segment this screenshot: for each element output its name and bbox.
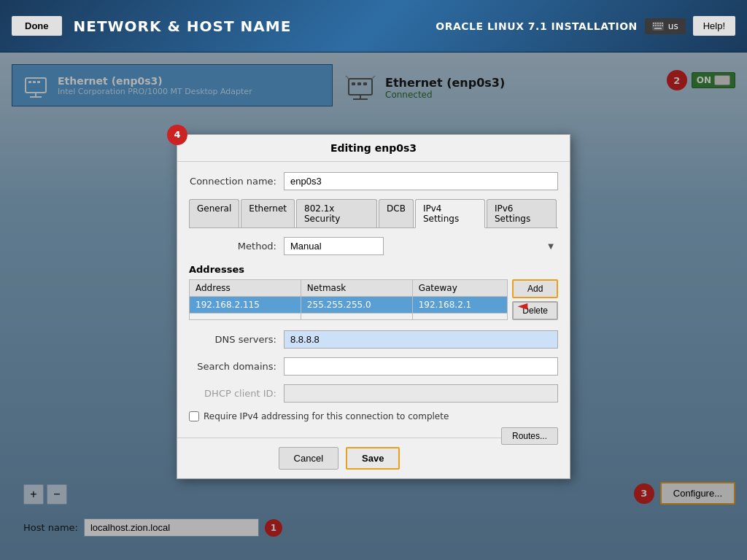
oracle-label: ORACLE LINUX 7.1 INSTALLATION (436, 20, 637, 32)
keyboard-icon (652, 22, 664, 31)
header: Done NETWORK & HOST NAME ORACLE LINUX 7.… (0, 0, 747, 52)
addresses-table: Address Netmask Gateway 192.168.2.115 25… (189, 279, 508, 320)
step4-badge: 4 (167, 125, 187, 145)
connection-name-label: Connection name: (189, 176, 284, 187)
empty-row (190, 313, 508, 319)
cell-address: 192.168.2.115 (190, 296, 301, 313)
svg-rect-5 (662, 23, 663, 24)
keyboard-locale: us (668, 21, 678, 31)
search-domains-input[interactable] (284, 357, 558, 376)
dhcp-client-row: DHCP client ID: (189, 384, 558, 402)
search-domains-row: Search domains: (189, 357, 558, 376)
svg-rect-9 (659, 25, 661, 26)
address-table-wrap: Address Netmask Gateway 192.168.2.115 25… (189, 279, 558, 323)
svg-rect-4 (659, 23, 661, 24)
dns-row: DNS servers: (189, 330, 558, 349)
method-select[interactable]: Manual Automatic (DHCP) Disabled (284, 237, 384, 255)
method-label: Method: (189, 241, 284, 252)
address-table-inner: Address Netmask Gateway 192.168.2.115 25… (189, 279, 508, 323)
cell-netmask: 255.255.255.0 (301, 296, 412, 313)
main-content: Ethernet (enp0s3) Intel Corporation PRO/… (0, 52, 747, 560)
require-ipv4-label: Require IPv4 addressing for this connect… (204, 411, 449, 421)
tab-dcb[interactable]: DCB (379, 199, 414, 228)
require-ipv4-checkbox[interactable] (189, 411, 199, 421)
dialog-footer: Cancel Save (177, 438, 501, 478)
header-right: ORACLE LINUX 7.1 INSTALLATION us Help! (436, 16, 735, 36)
tab-general[interactable]: General (189, 199, 239, 228)
svg-rect-6 (653, 25, 654, 26)
done-button[interactable]: Done (12, 16, 62, 36)
svg-rect-8 (657, 25, 659, 26)
cancel-button[interactable]: Cancel (279, 447, 338, 470)
dialog-tabs: General Ethernet 802.1x Security DCB IPv… (189, 199, 558, 228)
modal-overlay: 4 Editing enp0s3 Connection name: Genera… (0, 52, 747, 560)
tab-ipv6[interactable]: IPv6 Settings (487, 199, 557, 228)
arrow-icon: ◄ (517, 297, 527, 312)
col-gateway: Gateway (412, 279, 508, 296)
addresses-section: Addresses Address Netmask Gateway (189, 264, 558, 323)
dhcp-client-label: DHCP client ID: (189, 388, 284, 399)
dhcp-client-input[interactable] (284, 384, 558, 402)
page-title: NETWORK & HOST NAME (74, 18, 292, 35)
help-button[interactable]: Help! (693, 16, 735, 36)
add-address-button[interactable]: Add (512, 279, 558, 298)
select-arrow-icon: ▼ (548, 242, 554, 250)
method-row: Method: Manual Automatic (DHCP) Disabled… (189, 237, 558, 255)
connection-name-row: Connection name: (189, 172, 558, 190)
svg-rect-1 (653, 23, 654, 24)
connection-name-input[interactable] (284, 172, 558, 190)
table-row[interactable]: 192.168.2.115 255.255.255.0 192.168.2.1 … (190, 296, 508, 313)
edit-dialog: 4 Editing enp0s3 Connection name: Genera… (177, 134, 570, 479)
cell-empty-netmask (301, 313, 412, 319)
routes-button[interactable]: Routes... (501, 427, 558, 445)
svg-rect-2 (655, 23, 657, 24)
svg-rect-3 (657, 23, 659, 24)
cell-empty-address (190, 313, 301, 319)
checkbox-row: Require IPv4 addressing for this connect… (189, 411, 558, 421)
method-select-wrapper: Manual Automatic (DHCP) Disabled ▼ (284, 237, 558, 255)
addresses-label: Addresses (189, 264, 558, 275)
col-netmask: Netmask (301, 279, 412, 296)
svg-rect-10 (662, 25, 663, 26)
header-left: Done NETWORK & HOST NAME (12, 16, 291, 36)
dialog-title: Editing enp0s3 (177, 135, 570, 162)
tab-ethernet[interactable]: Ethernet (241, 199, 295, 228)
tab-ipv4[interactable]: IPv4 Settings (415, 199, 485, 228)
dns-label: DNS servers: (189, 334, 284, 345)
keyboard-indicator[interactable]: us (645, 18, 686, 34)
svg-rect-7 (655, 25, 657, 26)
save-button[interactable]: Save (346, 447, 400, 470)
col-address: Address (190, 279, 301, 296)
cell-empty-gateway (412, 313, 508, 319)
svg-rect-11 (654, 28, 662, 29)
dialog-body: Connection name: General Ethernet 802.1x… (177, 162, 570, 438)
dns-input[interactable] (284, 330, 558, 349)
search-domains-label: Search domains: (189, 361, 284, 372)
cell-gateway: 192.168.2.1 ◄ (412, 296, 508, 313)
tab-8021x[interactable]: 802.1x Security (296, 199, 377, 228)
